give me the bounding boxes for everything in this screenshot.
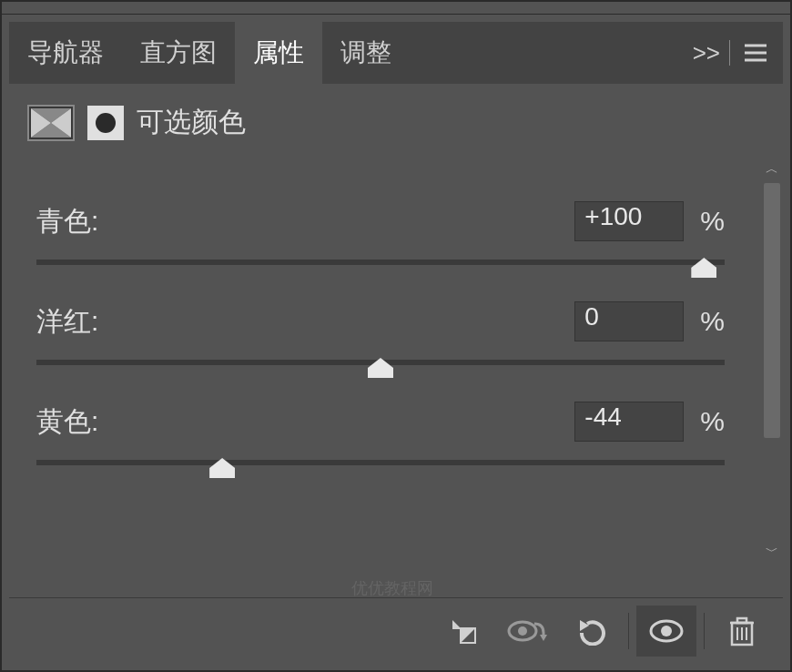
scroll-down-icon[interactable]: ﹀ <box>766 544 778 560</box>
svg-point-16 <box>661 626 672 636</box>
scrollbar[interactable]: ︿ ﹀ <box>761 156 783 565</box>
slider-magenta-label: 洋红: <box>36 303 98 341</box>
reset-button[interactable] <box>561 606 621 657</box>
slider-cyan-value-group: +100 % <box>574 201 725 241</box>
panel-menu-icon[interactable] <box>739 39 772 66</box>
slider-cyan-header: 青色: +100 % <box>36 201 725 241</box>
panel-title: 可选颜色 <box>137 104 246 141</box>
slider-yellow-value-group: -44 % <box>574 402 725 442</box>
tab-histogram[interactable]: 直方图 <box>122 22 235 84</box>
tab-navigator[interactable]: 导航器 <box>9 22 122 84</box>
tab-bar: 导航器 直方图 属性 调整 >> <box>9 22 783 84</box>
percent-label: % <box>700 206 725 237</box>
view-previous-button[interactable] <box>497 606 557 657</box>
percent-label: % <box>700 306 725 337</box>
slider-cyan-input[interactable]: +100 <box>574 201 684 241</box>
tab-adjustments[interactable]: 调整 <box>322 22 410 84</box>
expand-icon[interactable]: >> <box>693 39 720 67</box>
slider-yellow-label: 黄色: <box>36 403 98 441</box>
percent-label: % <box>700 406 725 437</box>
slider-cyan-handle[interactable] <box>691 258 716 278</box>
clip-to-layer-button[interactable] <box>433 606 493 657</box>
scrollbar-thumb[interactable] <box>764 183 780 438</box>
svg-marker-13 <box>540 635 547 641</box>
sliders-container: 青色: +100 % 洋红: 0 <box>9 156 761 465</box>
bottom-toolbar <box>9 597 783 663</box>
slider-cyan: 青色: +100 % <box>36 201 725 265</box>
slider-yellow: 黄色: -44 % <box>36 402 725 465</box>
slider-cyan-label: 青色: <box>36 203 98 240</box>
tab-controls: >> <box>693 39 772 67</box>
top-bar <box>2 2 790 15</box>
scroll-up-icon[interactable]: ︿ <box>766 161 778 178</box>
slider-magenta-header: 洋红: 0 % <box>36 301 725 341</box>
slider-yellow-handle[interactable] <box>209 458 235 478</box>
slider-magenta-handle[interactable] <box>368 358 393 378</box>
panel-header: 可选颜色 <box>9 84 783 156</box>
slider-yellow-track[interactable] <box>36 460 725 465</box>
visibility-button[interactable] <box>636 606 696 657</box>
properties-panel: 导航器 直方图 属性 调整 >> <box>9 22 783 663</box>
divider <box>704 613 705 649</box>
slider-cyan-track[interactable] <box>36 260 725 265</box>
mask-dot <box>96 113 116 133</box>
slider-magenta-input[interactable]: 0 <box>574 301 684 341</box>
slider-yellow-header: 黄色: -44 % <box>36 402 725 442</box>
slider-magenta-value-group: 0 % <box>574 301 725 341</box>
layer-mask-icon[interactable] <box>87 106 124 140</box>
slider-yellow-input[interactable]: -44 <box>574 402 684 442</box>
divider <box>729 40 730 66</box>
content-area: 青色: +100 % 洋红: 0 <box>9 156 783 565</box>
slider-magenta: 洋红: 0 % <box>36 301 725 365</box>
svg-rect-19 <box>737 618 746 623</box>
adjustment-type-icon[interactable] <box>27 105 75 141</box>
panel-frame: 导航器 直方图 属性 调整 >> <box>0 0 792 672</box>
divider <box>628 613 629 649</box>
tab-properties[interactable]: 属性 <box>235 22 322 84</box>
watermark: 优优教程网 <box>351 577 433 599</box>
svg-point-12 <box>518 626 527 636</box>
slider-magenta-track[interactable] <box>36 360 725 365</box>
delete-button[interactable] <box>712 606 772 657</box>
